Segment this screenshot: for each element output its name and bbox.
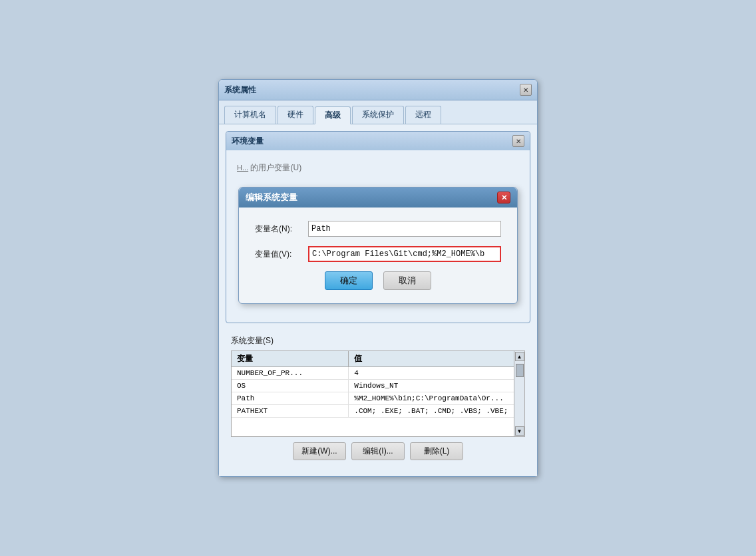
env-dialog-close-button[interactable]: ✕ xyxy=(512,135,524,147)
cancel-button[interactable]: 取消 xyxy=(383,271,431,290)
table-row[interactable]: Path %M2_HOME%\bin;C:\ProgramData\Or... xyxy=(232,392,524,405)
edit-dialog-close-button[interactable]: ✕ xyxy=(497,192,510,204)
env-dialog-title: 环境变量 xyxy=(232,136,264,147)
scroll-down-icon: ▼ xyxy=(517,428,522,434)
sys-vars-label: 系统变量(S) xyxy=(231,335,525,347)
scroll-up-icon: ▲ xyxy=(517,354,522,360)
env-vars-dialog: 环境变量 ✕ H... 的用户变量(U) 编辑系统变量 ✕ xyxy=(226,131,530,323)
var-value-label: 变量值(V): xyxy=(255,249,308,260)
edit-dialog-titlebar: 编辑系统变量 ✕ xyxy=(239,188,517,208)
close-icon: ✕ xyxy=(516,138,521,145)
tabs-row: 计算机名 硬件 高级 系统保护 远程 xyxy=(219,100,537,124)
sys-vars-section: 系统变量(S) 变量 值 NUMBER_OF_PR... 4 xyxy=(226,330,530,470)
var-value-input[interactable] xyxy=(308,246,501,262)
col-header-val: 值 xyxy=(349,351,524,367)
close-icon: ✕ xyxy=(523,86,528,94)
table-row[interactable]: NUMBER_OF_PR... 4 xyxy=(232,367,524,380)
tab-hardware[interactable]: 硬件 xyxy=(278,106,313,124)
var-val-cell: 4 xyxy=(349,367,524,380)
sys-props-titlebar: 系统属性 ✕ xyxy=(219,80,537,100)
scroll-up-button[interactable]: ▲ xyxy=(515,352,524,361)
var-val-cell: .COM; .EXE; .BAT; .CMD; .VBS; .VBE; xyxy=(349,405,524,418)
sys-props-title: 系统属性 xyxy=(224,84,256,96)
var-name-cell: OS xyxy=(232,380,349,392)
env-dialog-content: H... 的用户变量(U) 编辑系统变量 ✕ 变量名(N): xyxy=(226,150,530,323)
var-name-input[interactable] xyxy=(308,221,501,237)
tab-computer-name[interactable]: 计算机名 xyxy=(224,106,276,124)
var-val-cell: %M2_HOME%\bin;C:\ProgramData\Or... xyxy=(349,392,524,405)
sys-props-close-button[interactable]: ✕ xyxy=(520,84,532,96)
sys-vars-bottom-buttons: 新建(W)... 编辑(I)... 删除(L) xyxy=(231,437,525,464)
system-properties-window: 系统属性 ✕ 计算机名 硬件 高级 系统保护 远程 环境变量 ✕ xyxy=(218,79,538,477)
scroll-down-button[interactable]: ▼ xyxy=(515,426,524,436)
var-name-cell: Path xyxy=(232,392,349,405)
table-row[interactable]: PATHEXT .COM; .EXE; .BAT; .CMD; .VBS; .V… xyxy=(232,405,524,418)
col-header-var: 变量 xyxy=(232,351,349,367)
edit-dialog-buttons: 确定 取消 xyxy=(255,271,501,290)
table-row[interactable]: OS Windows_NT xyxy=(232,380,524,392)
var-name-cell: NUMBER_OF_PR... xyxy=(232,367,349,380)
delete-button[interactable]: 删除(L) xyxy=(410,442,463,460)
user-vars-label: H... 的用户变量(U) xyxy=(237,158,519,176)
scroll-thumb[interactable] xyxy=(516,364,524,377)
sys-vars-table: 变量 值 NUMBER_OF_PR... 4 OS Windows_NT xyxy=(232,351,524,418)
sys-vars-table-container: 变量 值 NUMBER_OF_PR... 4 OS Windows_NT xyxy=(231,350,525,437)
sys-props-content: 环境变量 ✕ H... 的用户变量(U) 编辑系统变量 ✕ xyxy=(219,124,537,476)
tab-remote[interactable]: 远程 xyxy=(405,106,441,124)
env-dialog-titlebar: 环境变量 ✕ xyxy=(226,132,530,150)
edit-dialog-body: 变量名(N): 变量值(V): 确定 取消 xyxy=(239,208,517,303)
edit-system-var-dialog: 编辑系统变量 ✕ 变量名(N): 变量值(V): xyxy=(238,187,518,304)
var-name-label: 变量名(N): xyxy=(255,223,308,235)
scrollbar[interactable]: ▲ ▼ xyxy=(514,351,524,436)
var-val-cell: Windows_NT xyxy=(349,380,524,392)
ok-button[interactable]: 确定 xyxy=(325,271,373,290)
edit-button[interactable]: 编辑(I)... xyxy=(351,442,405,460)
tab-system-protection[interactable]: 系统保护 xyxy=(352,106,404,124)
new-button[interactable]: 新建(W)... xyxy=(293,442,346,460)
edit-dialog-title: 编辑系统变量 xyxy=(246,192,297,204)
var-name-cell: PATHEXT xyxy=(232,405,349,418)
var-name-row: 变量名(N): xyxy=(255,221,501,237)
close-icon: ✕ xyxy=(501,194,507,202)
tab-advanced[interactable]: 高级 xyxy=(315,106,351,124)
var-value-row: 变量值(V): xyxy=(255,246,501,262)
